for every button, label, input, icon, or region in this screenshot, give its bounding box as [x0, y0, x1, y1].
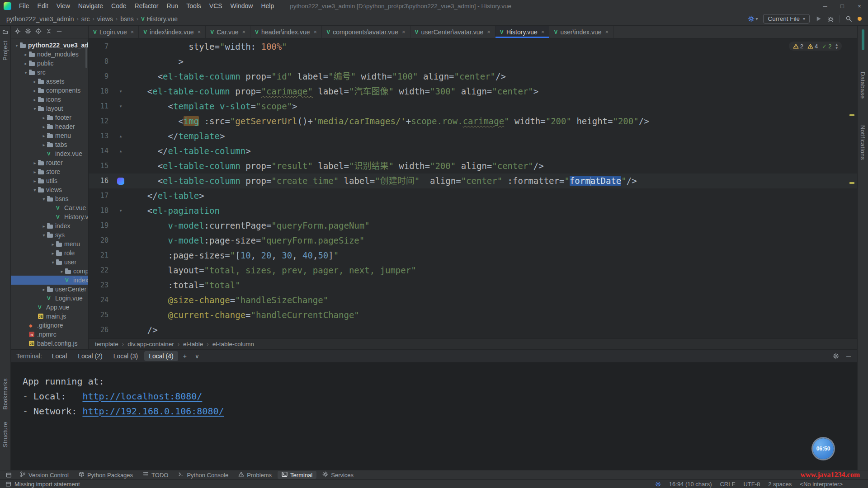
tree-item-python222-vue3-adm[interactable]: ▾python222_vue3_adm: [11, 41, 88, 50]
line-number[interactable]: 18: [89, 203, 115, 218]
line-number[interactable]: 17: [89, 188, 115, 203]
status-item-crlf[interactable]: CRLF: [720, 481, 735, 488]
tree-item-footer[interactable]: ▸footer: [11, 113, 88, 122]
project-tool-icon[interactable]: [2, 29, 8, 36]
tool-button-terminal[interactable]: Terminal: [278, 471, 316, 479]
close-icon[interactable]: ×: [541, 28, 545, 35]
tree-item-usercenter[interactable]: ▸userCenter: [11, 285, 88, 294]
close-icon[interactable]: ×: [487, 28, 491, 35]
tree-item--npmrc[interactable]: n.npmrc: [11, 330, 88, 339]
status-item-16-94--10-chars-[interactable]: 16:94 (10 chars): [669, 481, 712, 488]
vcs-widget-button[interactable]: ▾: [748, 15, 758, 22]
database-tool-button[interactable]: Database: [859, 72, 866, 99]
terminal-tab-local--3-[interactable]: Local (3): [109, 351, 142, 361]
scrollbar-thumb[interactable]: [862, 29, 864, 50]
tree-item-node-modules[interactable]: ▸node_modules: [11, 50, 88, 59]
tool-button-python-packages[interactable]: Python Packages: [75, 471, 137, 479]
tree-item-src[interactable]: ▾src: [11, 68, 88, 77]
hide-panel-icon[interactable]: [56, 28, 62, 36]
warning-stripe-mark[interactable]: [849, 114, 854, 116]
run-config-select[interactable]: Current File ▾: [763, 14, 810, 23]
tree-item-main-js[interactable]: JSmain.js: [11, 312, 88, 321]
editor-tab-user-index-vue[interactable]: Vuser\index.vue×: [549, 26, 613, 38]
editor-tab-history-vue[interactable]: VHistory.vue×: [495, 26, 550, 38]
close-button[interactable]: ×: [851, 0, 868, 12]
terminal-tab-local--4-[interactable]: Local (4): [144, 351, 178, 361]
tree-item-index-[interactable]: Vindex.: [11, 276, 88, 285]
interpreter-icon[interactable]: [655, 481, 661, 487]
line-number[interactable]: 15: [89, 159, 115, 174]
line-number[interactable]: 26: [89, 323, 115, 338]
fold-icon[interactable]: ▾: [115, 99, 127, 114]
menu-tools[interactable]: Tools: [182, 0, 205, 12]
tree-item-car-vue[interactable]: VCar.vue: [11, 203, 88, 212]
gear-icon[interactable]: [833, 353, 839, 359]
line-number[interactable]: 14: [89, 144, 115, 159]
editor-tab-components-avatar-vue[interactable]: Vcomponents\avatar.vue×: [322, 26, 410, 38]
close-icon[interactable]: ×: [198, 28, 201, 35]
chevron-down-icon[interactable]: ▾: [32, 188, 38, 192]
close-icon[interactable]: ×: [402, 28, 406, 35]
line-number[interactable]: 13: [89, 129, 115, 144]
tree-item--gitignore[interactable]: ◆.gitignore: [11, 321, 88, 330]
chevron-right-icon[interactable]: ▸: [41, 142, 47, 147]
terminal-tab-local--2-[interactable]: Local (2): [73, 351, 107, 361]
editor-breadcrumb-item[interactable]: div.app-container: [127, 341, 174, 347]
chevron-down-icon[interactable]: ▾: [41, 197, 47, 202]
close-icon[interactable]: ×: [242, 28, 246, 35]
menu-run[interactable]: Run: [162, 0, 182, 12]
editor-tab-car-vue[interactable]: VCar.vue×: [206, 26, 250, 38]
menu-vcs[interactable]: VCS: [205, 0, 226, 12]
tool-button-todo[interactable]: TODO: [139, 471, 172, 479]
chevron-right-icon[interactable]: ▸: [50, 251, 56, 256]
tree-item-user[interactable]: ▾user: [11, 258, 88, 267]
tree-item-index-vue[interactable]: Vindex.vue: [11, 149, 88, 158]
tree-item-index[interactable]: ▸index: [11, 221, 88, 230]
tree-item-views[interactable]: ▾views: [11, 185, 88, 194]
minimize-panel-button[interactable]: ─: [846, 352, 851, 360]
breadcrumb-item[interactable]: views: [97, 15, 113, 23]
line-number[interactable]: 19: [89, 218, 115, 233]
line-number[interactable]: 16: [89, 174, 115, 188]
run-button[interactable]: [815, 15, 822, 22]
maximize-button[interactable]: □: [834, 0, 851, 12]
terminal-link[interactable]: http://localhost:8080/: [82, 391, 202, 402]
line-number[interactable]: 21: [89, 248, 115, 263]
breadcrumb-item[interactable]: src: [81, 15, 90, 23]
ai-assistant-icon[interactable]: [115, 174, 127, 188]
bookmarks-tool-button[interactable]: Bookmarks: [2, 378, 9, 410]
editor-tab-login-vue[interactable]: VLogin.vue×: [89, 26, 139, 38]
chevron-down-icon[interactable]: ▾: [32, 106, 38, 111]
editor-breadcrumb-item[interactable]: template: [95, 341, 118, 347]
breadcrumb-item[interactable]: VHistory.vue: [141, 15, 178, 23]
close-icon[interactable]: ×: [605, 28, 609, 35]
line-number[interactable]: 12: [89, 114, 115, 129]
tool-window-switcher[interactable]: [4, 472, 14, 479]
tree-item-layout[interactable]: ▾layout: [11, 104, 88, 113]
chevron-down-icon[interactable]: ▾: [23, 70, 29, 75]
project-tool-button[interactable]: Project: [2, 41, 9, 61]
tree-item-icons[interactable]: ▸icons: [11, 95, 88, 104]
select-opened-file-icon[interactable]: [14, 28, 21, 36]
editor-tab-index-index-vue[interactable]: Vindex\index.vue×: [139, 26, 206, 38]
line-number[interactable]: 24: [89, 293, 115, 308]
close-icon[interactable]: ×: [314, 28, 317, 35]
locate-icon[interactable]: [35, 28, 42, 36]
breadcrumb-item[interactable]: bsns: [120, 15, 134, 23]
notifications-tool-button[interactable]: Notifications: [859, 125, 866, 160]
fold-icon[interactable]: ▾: [115, 203, 127, 218]
new-terminal-button[interactable]: +: [180, 352, 190, 360]
settings-icon[interactable]: [25, 28, 31, 36]
status-item-utf-8[interactable]: UTF-8: [743, 481, 760, 488]
chevron-down-icon[interactable]: ▾: [41, 233, 47, 238]
terminal-panel[interactable]: Terminal: LocalLocal (2)Local (3)Local (…: [11, 349, 857, 470]
line-number[interactable]: 7: [89, 39, 115, 54]
code-editor[interactable]: 7 style="width: 100%"8 >9 <el-table-colu…: [89, 38, 857, 338]
tree-item-utils[interactable]: ▸utils: [11, 176, 88, 185]
chevron-right-icon[interactable]: ▸: [41, 124, 47, 129]
chevron-right-icon[interactable]: ▸: [41, 224, 47, 229]
line-number[interactable]: 8: [89, 54, 115, 69]
chevron-down-icon[interactable]: ▾: [50, 260, 56, 265]
tree-item-tabs[interactable]: ▸tabs: [11, 140, 88, 149]
chevron-right-icon[interactable]: ▸: [59, 269, 65, 274]
